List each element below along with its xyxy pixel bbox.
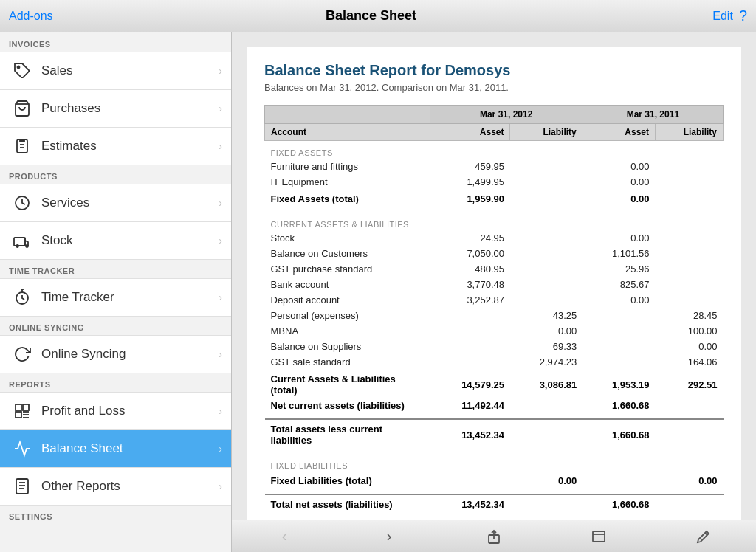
table-row: Personal (expenses)43.2528.45 (265, 308, 724, 323)
chevron-right-icon: › (219, 291, 222, 303)
sidebar-item-label: Purchases (41, 101, 100, 116)
sidebar-item-services[interactable]: Services› (0, 184, 231, 222)
sidebar-item-profit-loss[interactable]: Profit and Loss› (0, 392, 231, 430)
table-row: Stock24.950.00 (265, 230, 724, 246)
sidebar-section-header: INVOICES (0, 32, 231, 52)
svg-point-0 (18, 66, 20, 69)
sidebar-section-header: PRODUCTS (0, 165, 231, 184)
nav-bar: Add-ons Balance Sheet Edit ? (0, 0, 756, 32)
report-title: Balance Sheet Report for Demosys (264, 62, 724, 79)
chevron-right-icon: › (219, 480, 222, 492)
table-row: Deposit account3,252.870.00 (265, 292, 724, 308)
table-row: Bank account3,770.48825.67 (265, 277, 724, 292)
files-button[interactable] (583, 520, 615, 553)
edit-button[interactable]: Edit (552, 10, 739, 23)
chevron-right-icon: › (219, 348, 222, 360)
table-row: IT Equipment1,499.950.00 (265, 174, 724, 190)
sidebar-item-sales[interactable]: Sales› (0, 52, 231, 90)
svg-rect-12 (16, 404, 21, 410)
table-row: FIXED LIABILITIES (265, 454, 724, 472)
sidebar-item-online-syncing[interactable]: Online Syncing› (0, 335, 231, 373)
sidebar-item-label: Services (41, 196, 89, 210)
chevron-right-icon: › (219, 197, 222, 209)
addons-button[interactable]: Add-ons (9, 10, 190, 23)
table-row: Total assets less current liabilities13,… (265, 419, 724, 448)
table-row: Net current assets (liabilities)11,492.4… (265, 398, 724, 413)
basket-icon (9, 95, 35, 122)
table-row: CURRENT ASSETS & LIABILITIES (265, 213, 724, 230)
clipboard-icon (9, 133, 35, 159)
table-row: Furniture and fittings459.950.00 (265, 159, 724, 174)
svg-rect-6 (14, 238, 25, 246)
stopwatch-icon (9, 284, 35, 311)
svg-rect-18 (16, 479, 28, 494)
balance-table: Mar 31, 2012Mar 31, 2011AccountAssetLiab… (264, 105, 724, 520)
share-button[interactable] (478, 520, 510, 553)
sidebar-item-label: Online Syncing (41, 347, 126, 362)
sidebar-item-label: Estimates (41, 139, 97, 153)
sidebar-item-other-reports[interactable]: Other Reports› (0, 467, 231, 506)
chevron-right-icon: › (219, 443, 222, 455)
content-area: Balance Sheet Report for Demosys Balance… (232, 32, 756, 552)
doc-icon (9, 473, 35, 500)
content-scroll[interactable]: Balance Sheet Report for Demosys Balance… (232, 32, 756, 520)
table-row (265, 207, 724, 213)
chevron-right-icon: › (219, 140, 222, 152)
table-row: Fixed Assets (total)1,959.900.00 (265, 190, 724, 207)
sidebar-section-header: REPORTS (0, 373, 231, 392)
main-layout: INVOICESSales›Purchases›Estimates›PRODUC… (0, 32, 756, 552)
chevron-right-icon: › (219, 65, 222, 77)
chevron-right-icon: › (219, 235, 222, 246)
table-row: Total net assets (liabilities)13,452.341… (265, 494, 724, 512)
sidebar-item-time-tracker[interactable]: Time Tracker› (0, 278, 231, 317)
chart-icon (9, 435, 35, 462)
table-row: MBNA0.00100.00 (265, 323, 724, 339)
svg-rect-14 (16, 412, 21, 418)
sidebar: INVOICESSales›Purchases›Estimates›PRODUC… (0, 32, 232, 552)
table-row: Fixed Liabilities (total)0.000.00 (265, 472, 724, 489)
table-row (265, 448, 724, 454)
table-row (265, 413, 724, 419)
back-button[interactable]: ‹ (268, 520, 300, 553)
table-row: GST sale standard2,974.23164.06 (265, 354, 724, 370)
report-subtitle: Balances on Mar 31, 2012. Comparison on … (264, 82, 724, 93)
sidebar-section-header: SETTINGS (0, 505, 231, 524)
chevron-right-icon: › (219, 405, 222, 417)
table-row: FIXED ASSETS (265, 141, 724, 159)
table-row (265, 489, 724, 494)
chevron-right-icon: › (219, 103, 222, 114)
svg-rect-13 (23, 404, 29, 410)
table-row: Balance on Customers7,050.001,101.56 (265, 246, 724, 261)
sidebar-section-header: ONLINE SYNCING (0, 316, 231, 335)
truck-icon (9, 227, 35, 254)
table-row: GST purchase standard480.9525.96 (265, 261, 724, 277)
sidebar-item-label: Time Tracker (41, 290, 114, 305)
sync-icon (9, 341, 35, 368)
forward-button[interactable]: › (373, 520, 405, 553)
table-row (265, 512, 724, 518)
table-row: Current Assets & Liabilities (total)14,5… (265, 370, 724, 399)
sidebar-item-label: Profit and Loss (41, 404, 125, 418)
sidebar-item-estimates[interactable]: Estimates› (0, 127, 231, 165)
nav-title: Balance Sheet (190, 8, 551, 24)
help-button[interactable]: ? (739, 7, 747, 24)
report-container: Balance Sheet Report for Demosys Balance… (247, 47, 741, 520)
svg-line-26 (705, 533, 707, 535)
sidebar-item-purchases[interactable]: Purchases› (0, 89, 231, 128)
sidebar-item-label: Sales (41, 63, 73, 78)
pencil-button[interactable] (687, 520, 720, 553)
svg-rect-24 (593, 531, 605, 542)
report-icon (9, 398, 35, 424)
table-row: Balance on Suppliers69.330.00 (265, 339, 724, 354)
sidebar-item-label: Stock (41, 233, 73, 248)
sidebar-section-header: TIME TRACKER (0, 259, 231, 278)
tag-icon (9, 58, 35, 84)
sidebar-item-balance-sheet[interactable]: Balance Sheet› (0, 429, 231, 468)
sidebar-item-stock[interactable]: Stock› (0, 221, 231, 260)
clock-icon (9, 190, 35, 216)
sidebar-item-label: Balance Sheet (41, 441, 123, 456)
sidebar-item-label: Other Reports (41, 479, 120, 494)
bottom-toolbar: ‹ › (232, 520, 756, 552)
